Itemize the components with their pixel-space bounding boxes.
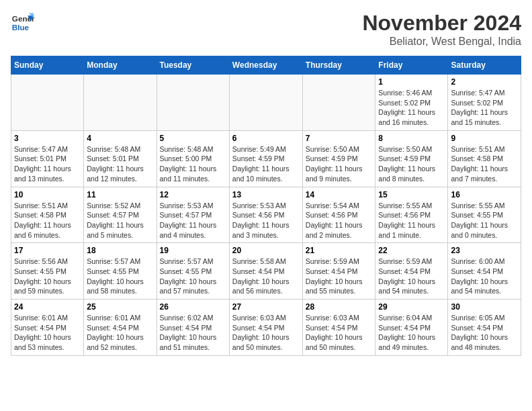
day-info: Sunrise: 5:49 AM Sunset: 4:59 PM Dayligh… bbox=[232, 144, 300, 184]
calendar-cell: 19Sunrise: 5:57 AM Sunset: 4:55 PM Dayli… bbox=[157, 243, 229, 300]
weekday-header-saturday: Saturday bbox=[448, 56, 521, 75]
day-info: Sunrise: 5:50 AM Sunset: 4:59 PM Dayligh… bbox=[306, 144, 373, 184]
calendar-cell: 18Sunrise: 5:57 AM Sunset: 4:55 PM Dayli… bbox=[84, 243, 157, 300]
calendar-cell: 10Sunrise: 5:51 AM Sunset: 4:58 PM Dayli… bbox=[11, 187, 84, 243]
day-info: Sunrise: 5:53 AM Sunset: 4:57 PM Dayligh… bbox=[160, 201, 226, 240]
day-info: Sunrise: 6:04 AM Sunset: 4:54 PM Dayligh… bbox=[378, 313, 445, 353]
day-number: 17 bbox=[14, 246, 81, 255]
calendar-cell: 13Sunrise: 5:53 AM Sunset: 4:56 PM Dayli… bbox=[229, 187, 302, 243]
day-number: 7 bbox=[306, 134, 373, 143]
day-info: Sunrise: 5:54 AM Sunset: 4:56 PM Dayligh… bbox=[306, 201, 373, 240]
day-number: 9 bbox=[451, 134, 518, 143]
day-number: 23 bbox=[451, 246, 518, 255]
weekday-header-friday: Friday bbox=[375, 56, 448, 75]
calendar-cell: 6Sunrise: 5:49 AM Sunset: 4:59 PM Daylig… bbox=[229, 130, 302, 187]
day-info: Sunrise: 6:03 AM Sunset: 4:54 PM Dayligh… bbox=[306, 313, 373, 353]
calendar-cell bbox=[84, 75, 157, 131]
day-number: 29 bbox=[378, 302, 445, 312]
day-info: Sunrise: 5:57 AM Sunset: 4:55 PM Dayligh… bbox=[160, 257, 226, 296]
day-info: Sunrise: 6:03 AM Sunset: 4:54 PM Dayligh… bbox=[232, 313, 300, 353]
day-number: 30 bbox=[451, 302, 518, 312]
calendar-cell: 16Sunrise: 5:55 AM Sunset: 4:55 PM Dayli… bbox=[448, 187, 521, 243]
day-info: Sunrise: 5:48 AM Sunset: 5:01 PM Dayligh… bbox=[87, 144, 153, 184]
day-number: 11 bbox=[87, 190, 153, 199]
day-number: 10 bbox=[14, 190, 81, 199]
day-info: Sunrise: 5:58 AM Sunset: 4:54 PM Dayligh… bbox=[232, 257, 300, 296]
calendar-cell: 15Sunrise: 5:55 AM Sunset: 4:56 PM Dayli… bbox=[375, 187, 448, 243]
calendar-cell: 17Sunrise: 5:56 AM Sunset: 4:55 PM Dayli… bbox=[11, 243, 84, 300]
calendar-cell: 26Sunrise: 6:02 AM Sunset: 4:54 PM Dayli… bbox=[157, 300, 229, 356]
day-number: 16 bbox=[451, 190, 518, 199]
logo-icon: General Blue bbox=[11, 11, 35, 35]
day-number: 6 bbox=[232, 134, 300, 143]
weekday-header-wednesday: Wednesday bbox=[229, 56, 302, 75]
day-number: 4 bbox=[87, 134, 153, 143]
calendar-header-row: SundayMondayTuesdayWednesdayThursdayFrid… bbox=[11, 56, 521, 75]
calendar-cell: 5Sunrise: 5:48 AM Sunset: 5:00 PM Daylig… bbox=[157, 130, 229, 187]
calendar-cell: 27Sunrise: 6:03 AM Sunset: 4:54 PM Dayli… bbox=[229, 300, 302, 356]
day-info: Sunrise: 5:52 AM Sunset: 4:57 PM Dayligh… bbox=[87, 201, 153, 240]
day-info: Sunrise: 5:59 AM Sunset: 4:54 PM Dayligh… bbox=[378, 257, 445, 296]
day-number: 24 bbox=[14, 302, 81, 312]
day-number: 2 bbox=[451, 77, 518, 87]
calendar-cell: 12Sunrise: 5:53 AM Sunset: 4:57 PM Dayli… bbox=[157, 187, 229, 243]
day-number: 26 bbox=[160, 302, 226, 312]
logo: General Blue bbox=[11, 11, 35, 35]
weekday-header-thursday: Thursday bbox=[302, 56, 375, 75]
calendar-cell: 24Sunrise: 6:01 AM Sunset: 4:54 PM Dayli… bbox=[11, 300, 84, 356]
calendar-cell: 7Sunrise: 5:50 AM Sunset: 4:59 PM Daylig… bbox=[302, 130, 375, 187]
calendar-cell: 28Sunrise: 6:03 AM Sunset: 4:54 PM Dayli… bbox=[302, 300, 375, 356]
day-info: Sunrise: 5:48 AM Sunset: 5:00 PM Dayligh… bbox=[160, 144, 226, 184]
day-number: 13 bbox=[232, 190, 300, 199]
day-number: 3 bbox=[14, 134, 81, 143]
day-info: Sunrise: 6:00 AM Sunset: 4:54 PM Dayligh… bbox=[451, 257, 518, 296]
calendar-cell: 25Sunrise: 6:01 AM Sunset: 4:54 PM Dayli… bbox=[84, 300, 157, 356]
calendar-cell: 21Sunrise: 5:59 AM Sunset: 4:54 PM Dayli… bbox=[302, 243, 375, 300]
svg-text:Blue: Blue bbox=[12, 23, 30, 32]
calendar-cell: 8Sunrise: 5:50 AM Sunset: 4:59 PM Daylig… bbox=[375, 130, 448, 187]
day-number: 15 bbox=[378, 190, 445, 199]
day-info: Sunrise: 5:47 AM Sunset: 5:01 PM Dayligh… bbox=[14, 144, 81, 184]
page-header: General Blue November 2024 Beliator, Wes… bbox=[11, 11, 521, 48]
calendar-cell: 2Sunrise: 5:47 AM Sunset: 5:02 PM Daylig… bbox=[448, 75, 521, 131]
calendar-week-row: 10Sunrise: 5:51 AM Sunset: 4:58 PM Dayli… bbox=[11, 187, 521, 243]
month-year-title: November 2024 bbox=[362, 11, 521, 36]
calendar-cell: 20Sunrise: 5:58 AM Sunset: 4:54 PM Dayli… bbox=[229, 243, 302, 300]
day-number: 8 bbox=[378, 134, 445, 143]
calendar-cell: 9Sunrise: 5:51 AM Sunset: 4:58 PM Daylig… bbox=[448, 130, 521, 187]
day-number: 21 bbox=[306, 246, 373, 255]
title-section: November 2024 Beliator, West Bengal, Ind… bbox=[362, 11, 521, 48]
day-number: 18 bbox=[87, 246, 153, 255]
calendar-cell: 1Sunrise: 5:46 AM Sunset: 5:02 PM Daylig… bbox=[375, 75, 448, 131]
location-subtitle: Beliator, West Bengal, India bbox=[362, 36, 521, 48]
calendar-cell bbox=[11, 75, 84, 131]
calendar-table: SundayMondayTuesdayWednesdayThursdayFrid… bbox=[11, 56, 521, 356]
day-number: 12 bbox=[160, 190, 226, 199]
day-info: Sunrise: 6:05 AM Sunset: 4:54 PM Dayligh… bbox=[451, 313, 518, 353]
calendar-cell: 23Sunrise: 6:00 AM Sunset: 4:54 PM Dayli… bbox=[448, 243, 521, 300]
calendar-week-row: 1Sunrise: 5:46 AM Sunset: 5:02 PM Daylig… bbox=[11, 75, 521, 131]
day-number: 5 bbox=[160, 134, 226, 143]
day-info: Sunrise: 5:55 AM Sunset: 4:55 PM Dayligh… bbox=[451, 201, 518, 240]
calendar-cell: 11Sunrise: 5:52 AM Sunset: 4:57 PM Dayli… bbox=[84, 187, 157, 243]
day-number: 22 bbox=[378, 246, 445, 255]
weekday-header-monday: Monday bbox=[84, 56, 157, 75]
day-info: Sunrise: 6:01 AM Sunset: 4:54 PM Dayligh… bbox=[87, 313, 153, 353]
day-info: Sunrise: 5:47 AM Sunset: 5:02 PM Dayligh… bbox=[451, 88, 518, 128]
calendar-cell: 29Sunrise: 6:04 AM Sunset: 4:54 PM Dayli… bbox=[375, 300, 448, 356]
day-number: 19 bbox=[160, 246, 226, 255]
day-info: Sunrise: 5:50 AM Sunset: 4:59 PM Dayligh… bbox=[378, 144, 445, 184]
calendar-cell: 22Sunrise: 5:59 AM Sunset: 4:54 PM Dayli… bbox=[375, 243, 448, 300]
calendar-week-row: 3Sunrise: 5:47 AM Sunset: 5:01 PM Daylig… bbox=[11, 130, 521, 187]
day-info: Sunrise: 5:57 AM Sunset: 4:55 PM Dayligh… bbox=[87, 257, 153, 296]
calendar-cell: 4Sunrise: 5:48 AM Sunset: 5:01 PM Daylig… bbox=[84, 130, 157, 187]
day-info: Sunrise: 6:01 AM Sunset: 4:54 PM Dayligh… bbox=[14, 313, 81, 353]
calendar-cell: 30Sunrise: 6:05 AM Sunset: 4:54 PM Dayli… bbox=[448, 300, 521, 356]
day-info: Sunrise: 5:51 AM Sunset: 4:58 PM Dayligh… bbox=[451, 144, 518, 184]
day-number: 14 bbox=[306, 190, 373, 199]
day-number: 20 bbox=[232, 246, 300, 255]
day-info: Sunrise: 5:59 AM Sunset: 4:54 PM Dayligh… bbox=[306, 257, 373, 296]
day-number: 27 bbox=[232, 302, 300, 312]
day-number: 1 bbox=[378, 77, 445, 87]
day-info: Sunrise: 5:46 AM Sunset: 5:02 PM Dayligh… bbox=[378, 88, 445, 128]
